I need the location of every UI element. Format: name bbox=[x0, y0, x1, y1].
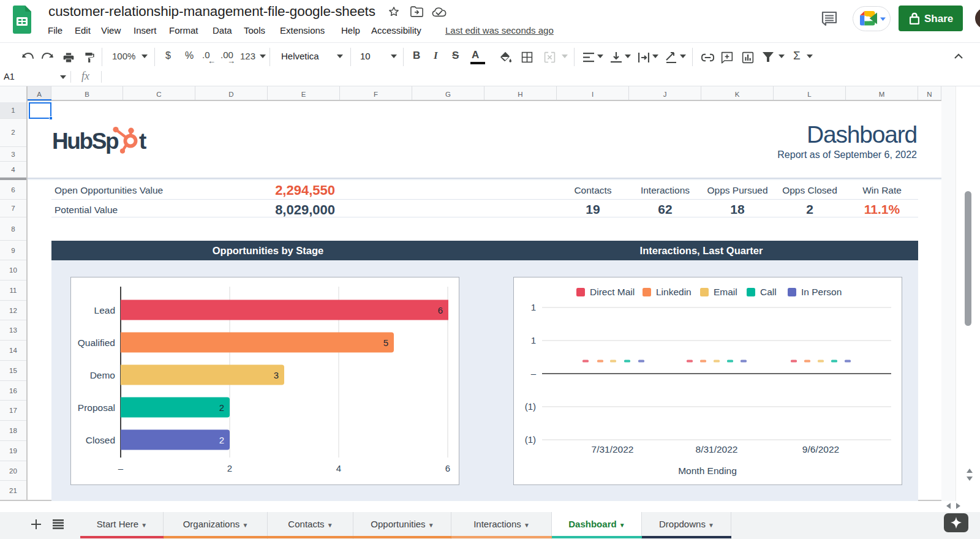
svg-text:2: 2 bbox=[219, 402, 224, 413]
svg-text:–: – bbox=[531, 368, 537, 379]
svg-text:Demo: Demo bbox=[90, 370, 115, 380]
svg-text:Closed: Closed bbox=[86, 435, 115, 445]
svg-text:Email: Email bbox=[714, 287, 737, 297]
svg-text:Proposal: Proposal bbox=[78, 402, 115, 413]
svg-text:Direct Mail: Direct Mail bbox=[590, 287, 635, 297]
svg-text:2: 2 bbox=[219, 435, 224, 445]
svg-text:t: t bbox=[139, 129, 146, 154]
svg-text:8/31/2022: 8/31/2022 bbox=[696, 444, 738, 454]
svg-text:5: 5 bbox=[383, 337, 388, 348]
svg-text:1: 1 bbox=[531, 302, 536, 312]
svg-text:Linkedin: Linkedin bbox=[656, 287, 692, 297]
svg-text:(1): (1) bbox=[525, 401, 536, 412]
svg-text:(1): (1) bbox=[525, 434, 536, 445]
svg-text:HubSp: HubSp bbox=[52, 129, 119, 154]
svg-text:4: 4 bbox=[336, 463, 341, 473]
svg-text:6: 6 bbox=[438, 305, 443, 315]
svg-text:7/31/2022: 7/31/2022 bbox=[592, 444, 634, 454]
svg-text:–: – bbox=[118, 463, 124, 473]
svg-text:Month Ending: Month Ending bbox=[678, 466, 737, 476]
svg-text:1: 1 bbox=[531, 335, 536, 345]
svg-text:3: 3 bbox=[274, 370, 279, 380]
svg-text:In Person: In Person bbox=[801, 287, 842, 297]
svg-text:Call: Call bbox=[760, 287, 777, 297]
svg-text:Lead: Lead bbox=[94, 305, 115, 315]
svg-text:9/6/2022: 9/6/2022 bbox=[802, 444, 839, 454]
svg-text:Qualified: Qualified bbox=[78, 337, 115, 348]
svg-text:2: 2 bbox=[227, 463, 232, 473]
svg-text:6: 6 bbox=[445, 463, 450, 473]
